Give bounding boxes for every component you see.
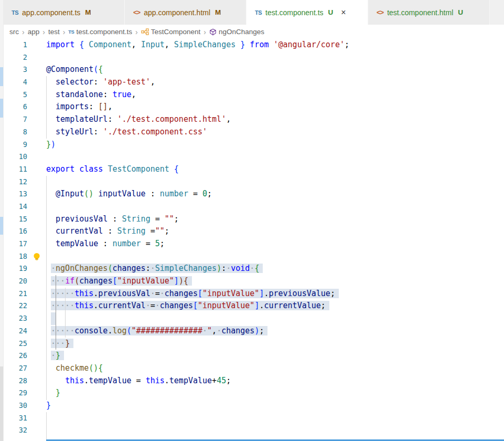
- code-line-19[interactable]: 19 ·ngOnChanges(changes:·SimpleChanges):…: [3, 262, 504, 275]
- line-number[interactable]: 10: [3, 151, 27, 163]
- line-number[interactable]: 28: [3, 375, 27, 387]
- code-line-2[interactable]: 2: [3, 51, 504, 64]
- code-line-14[interactable]: 14: [3, 201, 504, 213]
- code-line-12[interactable]: 12: [3, 176, 504, 188]
- tab-test-component-ts[interactable]: TS test.component.ts U ×: [246, 0, 368, 25]
- line-number[interactable]: 17: [3, 238, 27, 250]
- breadcrumb-item-method[interactable]: ngOnChanges: [209, 28, 264, 36]
- code-line-29[interactable]: 29 }: [3, 387, 504, 400]
- line-number[interactable]: 11: [3, 163, 27, 176]
- adjacent-editor-minimap-sliver[interactable]: [0, 0, 4, 441]
- line-number[interactable]: 2: [3, 51, 27, 64]
- code-line-4[interactable]: 4 selector: 'app-test',: [3, 76, 504, 89]
- code-line-20[interactable]: 20 ···if(changes["inputValue"]){: [3, 275, 504, 288]
- minimap-highlight: [0, 99, 3, 118]
- line-number[interactable]: 13: [3, 188, 27, 201]
- line-number[interactable]: 23: [3, 312, 27, 325]
- line-number[interactable]: 1: [3, 39, 27, 51]
- html-file-icon: <>: [133, 8, 140, 16]
- code-line-27[interactable]: 27 checkme(){: [3, 362, 504, 375]
- breadcrumb-item-src[interactable]: src: [9, 28, 19, 36]
- code-editor[interactable]: 1import { Component, Input, SimpleChange…: [0, 39, 504, 441]
- code-line-21[interactable]: 21 ·····this.previousVal·=·changes["inpu…: [3, 288, 504, 300]
- line-number[interactable]: 15: [3, 213, 27, 226]
- code-line-10[interactable]: 10: [3, 151, 504, 163]
- code-line-15[interactable]: 15 previousVal : String = "";: [3, 213, 504, 226]
- tab-test-component-html[interactable]: <> test.component.html U: [368, 0, 490, 25]
- line-number[interactable]: 24: [3, 325, 27, 338]
- code-line-24[interactable]: 24 ·····console.log("##############·",·c…: [3, 325, 504, 338]
- tab-label: app.component.ts: [22, 8, 80, 17]
- line-number[interactable]: 22: [3, 300, 27, 312]
- method-symbol-icon: [209, 28, 217, 36]
- code-text: previousVal : String = "";: [46, 213, 179, 226]
- line-number[interactable]: 19: [3, 262, 27, 275]
- line-number[interactable]: 18: [3, 250, 27, 263]
- code-line-11[interactable]: 11export class TestComponent {: [3, 163, 504, 176]
- breadcrumb-item-app[interactable]: app: [28, 28, 40, 36]
- code-line-31[interactable]: 31: [3, 412, 504, 425]
- code-text: }): [46, 139, 56, 151]
- line-number[interactable]: 26: [3, 350, 27, 362]
- code-line-3[interactable]: 3@Component({: [3, 64, 504, 76]
- indent-guide: [46, 412, 47, 441]
- line-number[interactable]: 25: [3, 338, 27, 350]
- code-line-23[interactable]: 23: [3, 312, 504, 325]
- breadcrumb-item-class[interactable]: TestComponent: [141, 28, 201, 36]
- code-text: ·····console.log("##############·",·chan…: [46, 325, 267, 338]
- code-text: ···if(changes["inputValue"]){: [46, 275, 192, 288]
- line-number[interactable]: 3: [3, 64, 27, 76]
- code-line-9[interactable]: 9}): [3, 139, 504, 151]
- line-number[interactable]: 6: [3, 101, 27, 113]
- code-text: standalone: true,: [46, 89, 136, 101]
- line-number[interactable]: 14: [3, 201, 27, 213]
- code-text: currentVal : String ="";: [46, 225, 169, 238]
- lightbulb-icon[interactable]: [33, 253, 41, 261]
- line-number[interactable]: 16: [3, 225, 27, 238]
- indent-guide: [46, 176, 47, 400]
- typescript-file-icon: TS: [255, 9, 262, 16]
- line-number[interactable]: 7: [3, 113, 27, 126]
- code-line-6[interactable]: 6 imports: [],: [3, 101, 504, 113]
- line-number[interactable]: 21: [3, 288, 27, 300]
- line-number[interactable]: 12: [3, 176, 27, 188]
- code-line-25[interactable]: 25 ···}: [3, 338, 504, 350]
- code-line-7[interactable]: 7 templateUrl: './test.component.html',: [3, 113, 504, 126]
- code-line-8[interactable]: 8 styleUrl: './test.component.css': [3, 126, 504, 139]
- code-line-26[interactable]: 26 ·}: [3, 350, 504, 362]
- line-number[interactable]: 5: [3, 89, 27, 101]
- line-number[interactable]: 30: [3, 400, 27, 412]
- code-text: export class TestComponent {: [46, 163, 179, 176]
- tab-app-component-ts[interactable]: TS app.component.ts M: [3, 0, 125, 25]
- line-number[interactable]: 32: [3, 424, 27, 437]
- code-line-28[interactable]: 28 this.tempValue = this.tempValue+45;: [3, 375, 504, 387]
- tab-app-component-html[interactable]: <> app.component.html M: [125, 0, 246, 25]
- line-number[interactable]: 9: [3, 139, 27, 151]
- git-modified-badge: M: [215, 8, 221, 16]
- code-line-1[interactable]: 1import { Component, Input, SimpleChange…: [3, 39, 504, 51]
- close-icon[interactable]: ×: [341, 8, 346, 17]
- line-number[interactable]: 4: [3, 76, 27, 89]
- line-number[interactable]: 8: [3, 126, 27, 139]
- code-line-17[interactable]: 17 tempValue : number = 5;: [3, 238, 504, 250]
- selection-highlight: ···}: [51, 339, 73, 348]
- code-line-32[interactable]: 32: [3, 424, 504, 437]
- code-text: @Input() inputValue : number = 0;: [46, 188, 212, 201]
- line-number[interactable]: 20: [3, 275, 27, 288]
- code-line-22[interactable]: 22 ·····this.currentVal·=·changes["input…: [3, 300, 504, 312]
- breadcrumb-item-file[interactable]: TS test.component.ts: [68, 28, 132, 36]
- selection-highlight: ·····this.currentVal·=·changes["inputVal…: [51, 301, 329, 310]
- code-line-18[interactable]: 18: [3, 250, 504, 263]
- tab-bar: TS app.component.ts M <> app.component.h…: [3, 0, 504, 25]
- breadcrumb-item-test[interactable]: test: [48, 28, 60, 36]
- code-line-13[interactable]: 13 @Input() inputValue : number = 0;: [3, 188, 504, 201]
- line-number[interactable]: 31: [3, 412, 27, 425]
- line-number[interactable]: 29: [3, 387, 27, 400]
- code-text: ·····this.previousVal·=·changes["inputVa…: [46, 288, 339, 300]
- selection-highlight: ·ngOnChanges(changes:·SimpleChanges):·vo…: [51, 264, 263, 273]
- minimap-slider[interactable]: [0, 366, 3, 441]
- code-line-30[interactable]: 30}: [3, 400, 504, 412]
- code-line-16[interactable]: 16 currentVal : String ="";: [3, 225, 504, 238]
- line-number[interactable]: 27: [3, 362, 27, 375]
- code-line-5[interactable]: 5 standalone: true,: [3, 89, 504, 101]
